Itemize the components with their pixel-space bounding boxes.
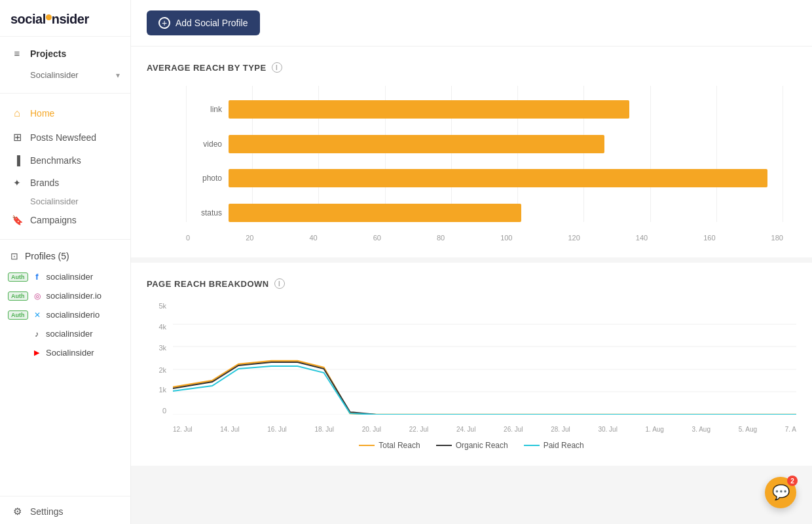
auth-badge-facebook: Auth <box>8 272 28 282</box>
brands-sub-label: Socialinsider <box>0 194 130 209</box>
youtube-icon: ▶ <box>31 348 42 357</box>
topbar: + Add Social Profile <box>131 0 812 47</box>
auth-badge-instagram: Auth <box>8 291 28 301</box>
benchmarks-label: Benchmarks <box>30 155 81 166</box>
line-chart-container: 5k 4k 3k 2k 1k 0 <box>147 302 796 433</box>
twitter-icon: ✕ <box>32 310 43 320</box>
plus-circle-icon: + <box>158 17 170 29</box>
organic-reach-legend-line <box>436 445 452 446</box>
profile-item-twitter[interactable]: Auth ✕ socialinsiderio <box>0 305 130 324</box>
paid-reach-legend-line <box>524 445 540 446</box>
page-reach-title: PAGE REACH BREAKDOWN i <box>147 278 796 289</box>
x-axis-dates: 12. Jul 14. Jul 16. Jul 18. Jul 20. Jul … <box>173 417 796 433</box>
brands-icon: ✦ <box>10 178 24 188</box>
profile-item-youtube[interactable]: ▶ Socialinsider <box>0 343 130 362</box>
tiktok-icon: ♪ <box>31 329 42 339</box>
layers-icon: ≡ <box>10 48 24 59</box>
total-reach-line <box>173 361 796 415</box>
page-reach-card: PAGE REACH BREAKDOWN i 5k 4k 3k 2k 1k 0 <box>131 263 812 466</box>
sidebar-item-home[interactable]: ⌂ Home <box>0 102 130 125</box>
bar-fill-photo <box>229 169 767 187</box>
average-reach-card: AVERAGE REACH BY TYPE i <box>131 47 812 257</box>
bookmark-icon: 🔖 <box>10 215 24 225</box>
paid-reach-line <box>173 366 796 415</box>
total-reach-legend-line <box>359 445 375 446</box>
organic-reach-line <box>173 362 796 415</box>
home-label: Home <box>30 108 54 119</box>
average-reach-title: AVERAGE REACH BY TYPE i <box>147 62 796 73</box>
profile-item-instagram[interactable]: Auth ◎ socialinsider.io <box>0 286 130 305</box>
profile-item-facebook[interactable]: Auth f socialinsider <box>0 267 130 286</box>
profiles-icon: ⊡ <box>10 251 18 261</box>
total-reach-legend-label: Total Reach <box>378 441 420 450</box>
chat-badge: 2 <box>787 476 798 486</box>
average-reach-info-icon[interactable]: i <box>272 62 282 73</box>
campaigns-label: Campaigns <box>30 215 77 225</box>
sidebar-item-campaigns[interactable]: 🔖 Campaigns <box>0 209 130 231</box>
profile-name-twitter: socialinsiderio <box>46 310 100 320</box>
main-content: + Add Social Profile AVERAGE REACH BY TY… <box>131 0 812 524</box>
add-profile-label: Add Social Profile <box>175 18 248 28</box>
profiles-section: ⊡ Profiles (5) Auth f socialinsider Auth… <box>0 242 130 365</box>
projects-section: ≡ Home Projects Socialinsider ▾ <box>0 37 130 90</box>
bar-chart-icon: ▐ <box>10 155 24 166</box>
profile-name-instagram: socialinsider.io <box>46 291 102 301</box>
sidebar-item-settings[interactable]: ⚙ Settings <box>0 499 130 524</box>
bar-chart: link video photo <box>147 86 796 230</box>
bar-row-status: status <box>186 200 783 226</box>
gear-icon: ⚙ <box>10 506 24 517</box>
facebook-icon: f <box>32 272 43 282</box>
chart-legend: Total Reach Organic Reach Paid Reach <box>147 441 796 450</box>
grid-icon: ⊞ <box>10 131 24 143</box>
sidebar: social nsider ≡ Home Projects Socialinsi… <box>0 0 131 524</box>
chat-bubble[interactable]: 💬 2 <box>765 477 796 508</box>
chevron-down-icon: ▾ <box>116 71 120 80</box>
settings-label: Settings <box>30 506 64 517</box>
projects-label: Projects <box>30 48 66 59</box>
profile-name-youtube: Socialinsider <box>46 348 94 358</box>
sidebar-item-projects[interactable]: ≡ Home Projects <box>0 42 130 65</box>
bar-fill-status <box>229 204 521 222</box>
legend-organic-reach: Organic Reach <box>436 441 508 450</box>
bar-fill-link <box>229 100 629 119</box>
x-axis-labels: 0 20 40 60 80 100 120 140 160 180 <box>147 234 796 242</box>
sidebar-item-posts-newsfeed[interactable]: ⊞ Posts Newsfeed <box>0 125 130 149</box>
profile-name-tiktok: socialinsider <box>46 329 93 339</box>
instagram-icon: ◎ <box>32 291 43 301</box>
profile-name-facebook: socialinsider <box>46 272 94 282</box>
bar-row-link: link <box>186 96 783 122</box>
sidebar-item-benchmarks[interactable]: ▐ Benchmarks <box>0 149 130 172</box>
add-profile-button[interactable]: + Add Social Profile <box>147 10 260 35</box>
project-selector[interactable]: Socialinsider ▾ <box>0 65 130 85</box>
bar-row-photo: photo <box>186 165 783 191</box>
line-chart-svg <box>173 302 796 415</box>
project-name: Socialinsider <box>10 70 79 80</box>
legend-total-reach: Total Reach <box>359 441 420 450</box>
bar-row-video: video <box>186 131 783 157</box>
chat-icon: 💬 <box>772 484 790 501</box>
content-area: AVERAGE REACH BY TYPE i <box>131 47 812 466</box>
logo: social nsider <box>0 0 130 37</box>
nav-section: ⌂ Home ⊞ Posts Newsfeed ▐ Benchmarks ✦ B… <box>0 96 130 236</box>
profile-item-tiktok[interactable]: ♪ socialinsider <box>0 324 130 343</box>
sidebar-item-brands[interactable]: ✦ Brands <box>0 172 130 194</box>
profiles-label: Profiles (5) <box>25 251 69 261</box>
profiles-header: ⊡ Profiles (5) <box>0 245 130 267</box>
page-reach-info-icon[interactable]: i <box>274 278 285 289</box>
brands-label: Brands <box>30 178 59 188</box>
home-icon: ⌂ <box>10 107 24 119</box>
bar-fill-video <box>229 135 604 153</box>
auth-badge-twitter: Auth <box>8 310 28 320</box>
posts-newsfeed-label: Posts Newsfeed <box>30 132 96 143</box>
y-axis: 5k 4k 3k 2k 1k 0 <box>147 302 170 415</box>
organic-reach-legend-label: Organic Reach <box>456 441 508 450</box>
paid-reach-legend-label: Paid Reach <box>544 441 584 450</box>
legend-paid-reach: Paid Reach <box>524 441 584 450</box>
